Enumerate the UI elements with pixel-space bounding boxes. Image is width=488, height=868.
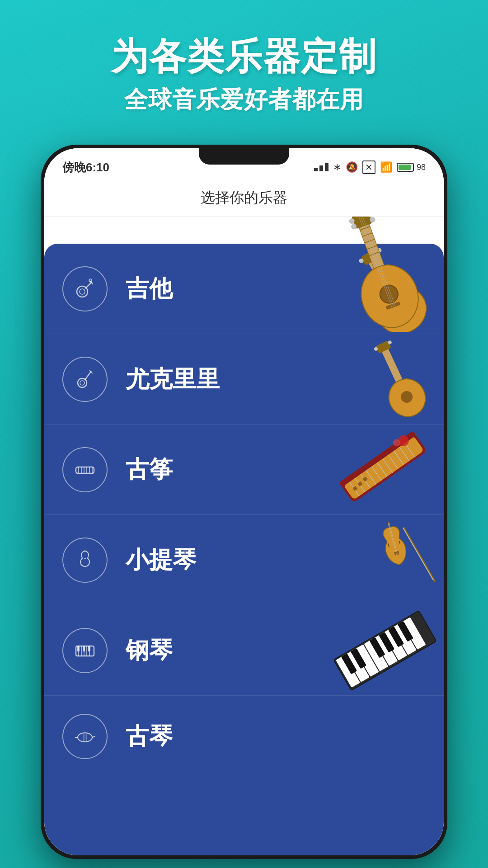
signal-icon (314, 163, 328, 171)
mute-icon: 🔕 (346, 161, 358, 173)
phone-notch (199, 148, 289, 165)
svg-rect-60 (352, 486, 357, 491)
guqin-name: 古琴 (126, 721, 426, 752)
svg-point-31 (80, 381, 84, 385)
instrument-item-violin[interactable]: 小提琴 (44, 515, 444, 605)
bluetooth-icon: ∗ (333, 161, 341, 173)
instrument-item-guqin[interactable]: 古琴 (44, 696, 444, 777)
guitar-top-decoration (335, 217, 435, 334)
svg-point-19 (80, 289, 85, 294)
instrument-list: 吉他 (44, 244, 444, 855)
svg-line-32 (85, 371, 91, 380)
screen-content: 吉他 (44, 217, 444, 855)
screen-title-bar: 选择你的乐器 (44, 180, 444, 217)
svg-point-36 (374, 346, 379, 351)
piano-icon-circle (62, 628, 108, 673)
violin-icon (72, 547, 98, 573)
piano-name: 钢琴 (126, 635, 426, 666)
guqin-icon-circle (62, 714, 108, 759)
screen-title: 选择你的乐器 (201, 189, 287, 206)
svg-point-65 (391, 438, 401, 448)
violin-name: 小提琴 (126, 544, 426, 576)
guzheng-icon-circle (62, 447, 108, 492)
status-icons: ∗ 🔕 ✕ 📶 98 (314, 160, 426, 174)
guzheng-name: 古筝 (126, 454, 426, 486)
sub-title: 全球音乐爱好者都在用 (9, 84, 479, 116)
phone-mockup: 傍晚6:10 ∗ 🔕 ✕ 📶 (41, 145, 447, 859)
piano-icon (72, 638, 98, 663)
wifi-icon: 📶 (380, 161, 392, 173)
guzheng-icon (72, 457, 98, 482)
phone-inner: 傍晚6:10 ∗ 🔕 ✕ 📶 (44, 148, 444, 855)
ukulele-icon (72, 367, 98, 392)
svg-rect-79 (77, 646, 80, 651)
svg-point-37 (387, 340, 392, 345)
ukulele-name: 尤克里里 (126, 363, 426, 395)
svg-rect-80 (83, 646, 85, 651)
violin-icon-circle (62, 538, 108, 583)
sim-icon: ✕ (362, 160, 375, 174)
ukulele-icon-circle (62, 357, 108, 402)
guqin-icon (72, 724, 98, 749)
status-time: 傍晚6:10 (62, 160, 109, 175)
svg-line-100 (92, 736, 95, 737)
svg-rect-81 (88, 646, 90, 651)
instrument-item-ukulele[interactable]: 尤克里里 (44, 334, 444, 425)
main-title: 为各类乐器定制 (9, 36, 479, 77)
svg-point-64 (396, 433, 411, 448)
instrument-item-guzheng[interactable]: 古筝 (44, 425, 444, 515)
top-text-area: 为各类乐器定制 全球音乐爱好者都在用 (0, 27, 488, 125)
guitar-icon (72, 276, 98, 302)
guitar-icon-circle (62, 266, 108, 311)
battery-percent: 98 (417, 163, 426, 172)
battery-icon: 98 (397, 163, 426, 172)
svg-rect-35 (375, 340, 391, 353)
instrument-item-piano[interactable]: 钢琴 (44, 605, 444, 696)
